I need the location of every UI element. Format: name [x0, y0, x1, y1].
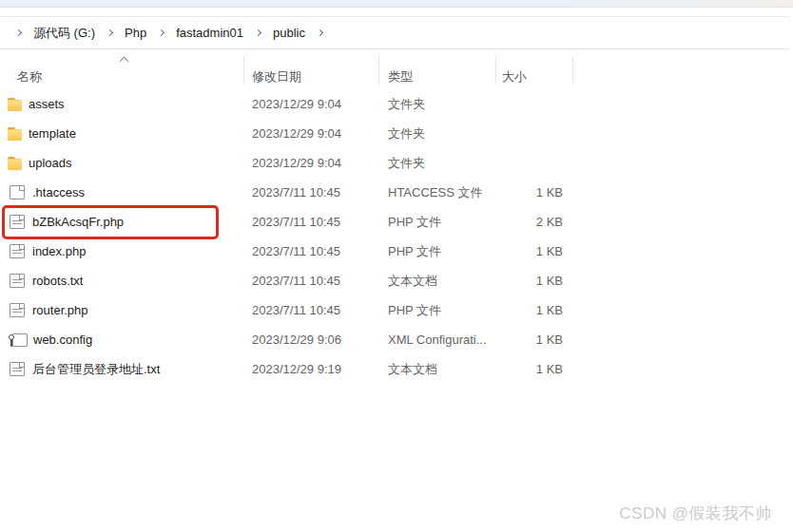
toolbar-gap — [0, 8, 789, 17]
breadcrumb-item-2[interactable]: Php — [121, 23, 150, 43]
file-blank-icon — [10, 185, 25, 200]
file-name-cell: index.php — [0, 244, 243, 258]
column-divider — [572, 56, 573, 85]
file-name-cell: assets — [0, 97, 243, 112]
folder-icon — [8, 126, 23, 142]
file-type: XML Configurati... — [378, 332, 495, 347]
file-date-modified: 2023/12/29 9:06 — [243, 332, 378, 347]
file-type: 文件夹 — [378, 155, 495, 172]
file-date-modified: 2023/7/11 10:45 — [243, 215, 378, 229]
file-type: 文本文档 — [378, 273, 495, 290]
file-type: PHP 文件 — [378, 214, 495, 231]
file-name: router.php — [32, 303, 88, 317]
file-row[interactable]: .htaccess 2023/7/11 10:45 HTACCESS 文件 1 … — [0, 178, 789, 207]
file-text-icon — [10, 215, 25, 229]
breadcrumb-item-1[interactable]: 源代码 (G:) — [29, 22, 99, 45]
file-type: 文件夹 — [378, 125, 495, 142]
file-date-modified: 2023/12/29 9:04 — [243, 156, 378, 170]
file-text-icon — [10, 303, 25, 317]
file-name: index.php — [32, 244, 86, 258]
file-row[interactable]: bZBkAcsqFr.php 2023/7/11 10:45 PHP 文件 2 … — [0, 207, 789, 237]
file-text-icon — [10, 362, 25, 376]
folder-icon — [8, 156, 23, 171]
file-date-modified: 2023/7/11 10:45 — [243, 274, 378, 288]
file-name: web.config — [33, 332, 92, 347]
file-config-icon — [12, 333, 28, 347]
file-name: .htaccess — [32, 185, 85, 200]
column-header-type[interactable]: 类型 — [388, 68, 413, 86]
column-header-date-modified[interactable]: 修改日期 — [252, 68, 301, 86]
file-row[interactable]: index.php 2023/7/11 10:45 PHP 文件 1 KB — [0, 237, 789, 266]
file-text-icon — [10, 244, 25, 258]
file-list: assets 2023/12/29 9:04 文件夹 template 2023… — [0, 89, 789, 384]
breadcrumb-chevron-icon — [255, 29, 261, 36]
file-name-cell: uploads — [0, 156, 243, 171]
file-name-cell: web.config — [0, 332, 243, 347]
file-size: 1 KB — [495, 362, 572, 376]
file-date-modified: 2023/7/11 10:45 — [243, 185, 378, 200]
toolbar-strip — [0, 0, 793, 8]
file-size: 1 KB — [495, 244, 572, 258]
file-type: 文本文档 — [378, 361, 495, 378]
column-divider — [243, 56, 244, 85]
file-text-icon — [10, 274, 25, 288]
file-name: 后台管理员登录地址.txt — [32, 361, 160, 378]
file-name-cell: bZBkAcsqFr.php — [0, 215, 243, 229]
file-name: robots.txt — [32, 274, 83, 288]
file-row[interactable]: robots.txt 2023/7/11 10:45 文本文档 1 KB — [0, 266, 789, 295]
file-explorer-window: 源代码 (G:)Phpfastadmin01public 名称 修改日期 类型 … — [0, 0, 793, 532]
file-date-modified: 2023/7/11 10:45 — [243, 244, 378, 258]
file-size: 2 KB — [495, 215, 572, 229]
file-name-cell: .htaccess — [0, 185, 243, 200]
file-size: 1 KB — [495, 332, 572, 347]
file-name: template — [29, 126, 76, 141]
sort-ascending-icon — [120, 57, 129, 66]
column-divider — [378, 56, 379, 85]
file-name-cell: router.php — [0, 303, 243, 317]
file-date-modified: 2023/12/29 9:04 — [243, 97, 378, 111]
file-size: 1 KB — [495, 303, 572, 317]
file-row[interactable]: assets 2023/12/29 9:04 文件夹 — [0, 89, 789, 119]
list-header: 名称 修改日期 类型 大小 — [0, 49, 789, 89]
file-type: PHP 文件 — [378, 243, 495, 260]
file-date-modified: 2023/7/11 10:45 — [243, 303, 378, 317]
file-row[interactable]: router.php 2023/7/11 10:45 PHP 文件 1 KB — [0, 295, 789, 325]
file-name: assets — [29, 97, 65, 111]
file-row[interactable]: web.config 2023/12/29 9:06 XML Configura… — [0, 325, 789, 354]
file-date-modified: 2023/12/29 9:19 — [243, 362, 378, 376]
breadcrumb: 源代码 (G:)Phpfastadmin01public — [0, 17, 789, 49]
file-row[interactable]: uploads 2023/12/29 9:04 文件夹 — [0, 148, 789, 178]
file-name-cell: robots.txt — [0, 274, 243, 288]
file-row[interactable]: template 2023/12/29 9:04 文件夹 — [0, 119, 789, 148]
breadcrumb-chevron-icon — [317, 29, 323, 36]
column-header-size[interactable]: 大小 — [502, 68, 527, 86]
breadcrumb-chevron-icon — [15, 29, 22, 36]
file-type: HTACCESS 文件 — [378, 184, 495, 201]
breadcrumb-item-4[interactable]: public — [269, 23, 309, 43]
breadcrumb-chevron-icon — [158, 29, 164, 36]
breadcrumb-item-3[interactable]: fastadmin01 — [172, 23, 247, 43]
watermark: CSDN @假装我不帅 — [619, 503, 772, 524]
column-header-name[interactable]: 名称 — [17, 68, 42, 86]
file-type: PHP 文件 — [378, 302, 495, 319]
file-name-cell: template — [0, 126, 243, 142]
file-row[interactable]: 后台管理员登录地址.txt 2023/12/29 9:19 文本文档 1 KB — [0, 354, 789, 384]
breadcrumb-chevron-icon — [106, 29, 113, 36]
file-name: uploads — [29, 156, 72, 170]
file-name-cell: 后台管理员登录地址.txt — [0, 361, 243, 378]
file-size: 1 KB — [495, 185, 572, 200]
file-type: 文件夹 — [378, 96, 495, 113]
folder-icon — [8, 97, 23, 112]
file-size: 1 KB — [495, 274, 572, 288]
file-name: bZBkAcsqFr.php — [32, 215, 124, 229]
column-divider — [495, 56, 496, 85]
file-date-modified: 2023/12/29 9:04 — [243, 126, 378, 141]
